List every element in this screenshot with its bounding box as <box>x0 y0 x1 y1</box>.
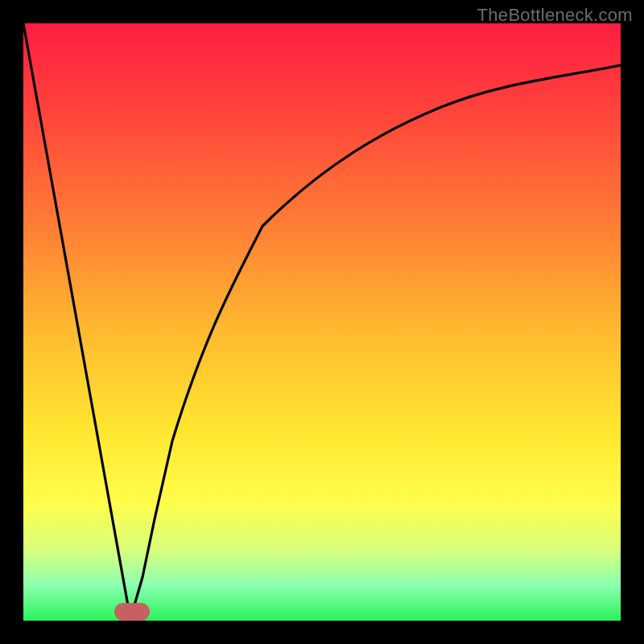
chart-plot-area <box>23 23 621 621</box>
curve-path <box>23 23 621 619</box>
bottleneck-curve <box>23 23 621 621</box>
optimal-marker <box>114 603 150 621</box>
